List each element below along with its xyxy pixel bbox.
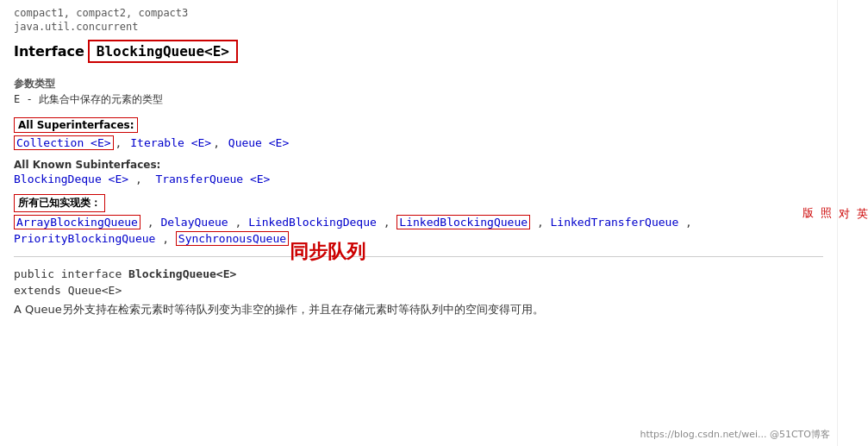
interface-name-box: BlockingQueue<E> [88, 40, 238, 63]
priorityblockingqueue-link[interactable]: PriorityBlockingQueue [14, 232, 155, 245]
queue-link[interactable]: Queue <E> [228, 136, 289, 149]
known-impl-section: 所有已知实现类： ArrayBlockingQueue , DelayQueue… [14, 194, 823, 246]
code-line1: public interface BlockingQueue<E> [14, 267, 823, 280]
subinterfaces-section: All Known Subinterfaces: BlockingDeque <… [14, 159, 823, 185]
known-impl-label: 所有已知实现类： [14, 194, 105, 212]
code-line2: extends Queue<E> [14, 284, 823, 297]
main-content: compact1, compact2, compact3 java.util.c… [0, 0, 837, 446]
known-impl-items-row2: PriorityBlockingQueue , SynchronousQueue [14, 231, 823, 246]
subinterfaces-items: BlockingDeque <E> , TransferQueue <E> [14, 173, 823, 185]
divider [14, 256, 823, 257]
description: A Queue另外支持在检索元素时等待队列变为非空的操作，并且在存储元素时等待队… [14, 302, 823, 317]
param-desc: E - 此集合中保存的元素的类型 [14, 92, 823, 107]
param-section: 参数类型 E - 此集合中保存的元素的类型 [14, 77, 823, 107]
linkedblockingdeque-link[interactable]: LinkedBlockingDeque [248, 216, 377, 229]
url-line: https://blog.csdn.net/wei... @51CTO博客 [640, 428, 830, 441]
iterable-link[interactable]: Iterable <E> [130, 136, 211, 149]
page-wrapper: compact1, compact2, compact3 java.util.c… [0, 0, 868, 446]
superinterfaces-section: All Superinterfaces: Collection <E> , It… [14, 117, 823, 150]
synchronousqueue-link[interactable]: SynchronousQueue [176, 231, 289, 246]
known-impl-items: ArrayBlockingQueue , DelayQueue , Linked… [14, 215, 823, 229]
sep3: , [377, 216, 397, 229]
linkedtransferqueue-link[interactable]: LinkedTransferQueue [551, 216, 679, 229]
sep5: , [678, 216, 692, 229]
sep4: , [530, 216, 550, 229]
delayqueue-link[interactable]: DelayQueue [160, 216, 228, 229]
param-type-title: 参数类型 [14, 77, 823, 91]
package-line: java.util.concurrent [14, 21, 823, 33]
sep2: , [228, 216, 248, 229]
compact-line: compact1, compact2, compact3 [14, 7, 823, 19]
center-label: 同步队列 [290, 239, 365, 265]
sidebar: jdk中英对照版 [837, 0, 868, 446]
linkedblockingqueue-link[interactable]: LinkedBlockingQueue [397, 215, 530, 229]
sep1: , [141, 216, 160, 229]
superinterfaces-items: Collection <E> , Iterable <E> , Queue <E… [14, 135, 823, 150]
transferqueue-link[interactable]: TransferQueue <E> [155, 173, 270, 185]
arrayblockingqueue-link[interactable]: ArrayBlockingQueue [14, 215, 141, 229]
sidebar-text[interactable]: jdk中英对照版 [799, 190, 868, 206]
superinterfaces-label: All Superinterfaces: [14, 117, 138, 133]
collection-link[interactable]: Collection <E> [14, 135, 114, 150]
blockingdeque-link[interactable]: BlockingDeque <E> [14, 173, 128, 185]
interface-label: Interface [14, 43, 84, 60]
interface-title: Interface BlockingQueue<E> [14, 40, 238, 63]
sep6: , [155, 232, 175, 245]
subinterfaces-label: All Known Subinterfaces: [14, 159, 823, 171]
